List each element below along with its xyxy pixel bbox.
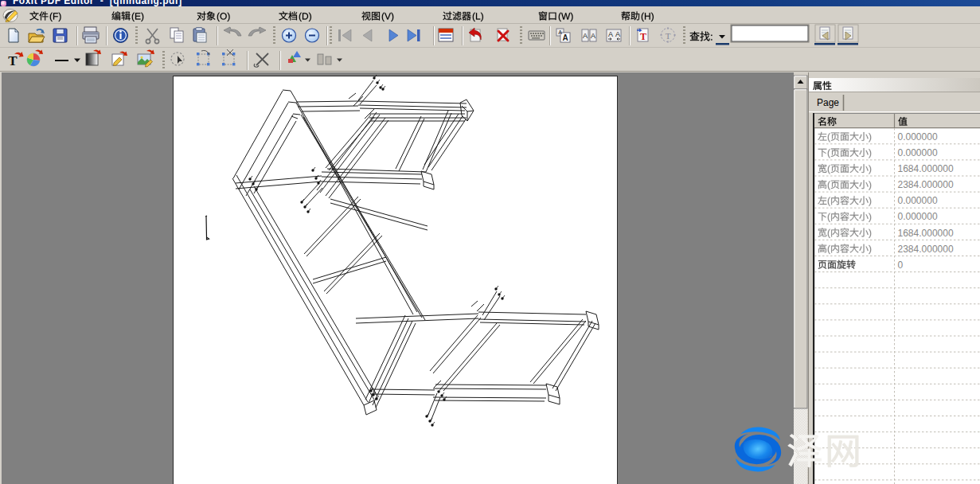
svg-text:A: A <box>583 32 588 40</box>
svg-text:T: T <box>666 31 671 41</box>
svg-text:A: A <box>562 33 568 42</box>
svg-text:A: A <box>615 30 620 38</box>
svg-text:0.000000: 0.000000 <box>898 195 938 206</box>
svg-text:T: T <box>640 31 646 42</box>
svg-text:Page: Page <box>817 97 839 108</box>
svg-text:A: A <box>591 32 595 40</box>
svg-text:A: A <box>558 29 562 35</box>
svg-text:0.000000: 0.000000 <box>898 211 938 222</box>
svg-text:2384.000000: 2384.000000 <box>898 244 954 255</box>
svg-text:0: 0 <box>898 260 904 271</box>
svg-text:2384.000000: 2384.000000 <box>898 179 954 190</box>
svg-text:T: T <box>8 53 18 68</box>
svg-text:1684.000000: 1684.000000 <box>898 163 954 174</box>
svg-text:A: A <box>608 30 613 38</box>
svg-text:0.000000: 0.000000 <box>898 147 938 158</box>
svg-text:0.000000: 0.000000 <box>898 131 938 142</box>
svg-text:1684.000000: 1684.000000 <box>898 228 954 239</box>
